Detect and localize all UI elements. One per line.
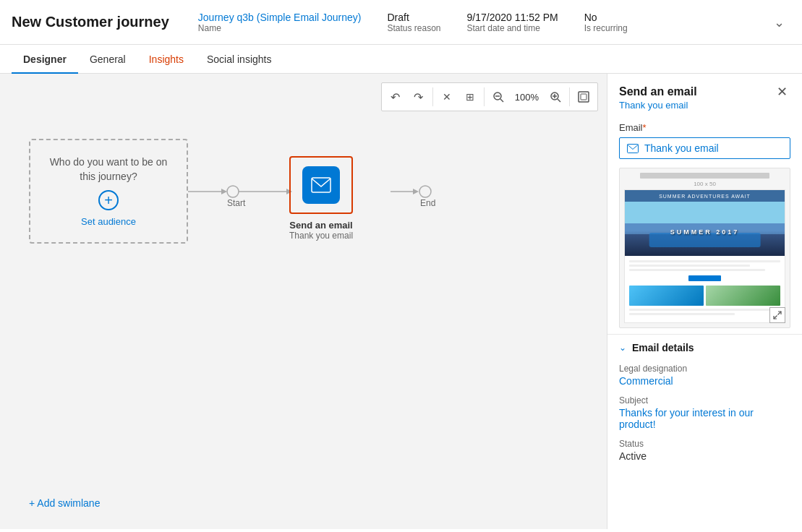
start-label: Start — [227, 198, 245, 208]
field-label-text: Email — [619, 122, 643, 133]
email-node-border — [289, 156, 353, 214]
redo-button[interactable]: ↷ — [408, 86, 430, 108]
end-label: End — [420, 198, 435, 208]
header-expand-button[interactable]: ⌄ — [768, 12, 790, 33]
email-node-icon — [302, 166, 340, 204]
recurring-meta: No Is recurring — [584, 12, 628, 33]
journey-name-value: Journey q3b (Simple Email Journey) — [198, 12, 362, 23]
svg-line-4 — [558, 99, 560, 102]
email-details-section: ⌄ Email details Legal designation Commer… — [607, 334, 802, 479]
main-content: ↶ ↷ ✕ ⊞ 100% Who do you want to be on th… — [0, 74, 802, 529]
email-node[interactable]: Send an email Thank you email — [289, 156, 353, 241]
legal-designation-label: Legal designation — [619, 364, 790, 374]
date-value: 9/17/2020 11:52 PM — [467, 12, 558, 23]
status-item: Status Active — [619, 439, 790, 462]
zoom-in-button[interactable] — [545, 86, 566, 108]
subject-item: Subject Thanks for your interest in our … — [619, 395, 790, 430]
tab-social-insights[interactable]: Social insights — [195, 45, 283, 74]
status-label: Status reason — [387, 23, 440, 33]
tab-general[interactable]: General — [78, 45, 137, 74]
preview-expand-button[interactable] — [769, 307, 785, 323]
date-label: Start date and time — [467, 23, 558, 33]
fit-button[interactable]: ✕ — [436, 86, 458, 108]
audience-box[interactable]: Who do you want to be on this journey? +… — [29, 139, 188, 244]
svg-point-16 — [419, 186, 431, 197]
canvas-toolbar: ↶ ↷ ✕ ⊞ 100% — [381, 82, 598, 111]
email-details-title: Email details — [632, 342, 694, 353]
svg-rect-17 — [312, 178, 330, 192]
tabs-bar: Designer General Insights Social insight… — [0, 45, 802, 74]
header: New Customer journey Journey q3b (Simple… — [0, 0, 802, 45]
add-swimlane-button[interactable]: + Add swimlane — [29, 497, 100, 509]
zoom-level: 100% — [511, 86, 543, 108]
set-audience-link[interactable]: Set audience — [81, 216, 136, 227]
recurring-value: No — [584, 12, 628, 23]
panel-subtitle: Thank you email — [619, 100, 697, 111]
legal-designation-value: Commercial — [619, 375, 790, 387]
add-audience-button[interactable]: + — [98, 190, 119, 210]
email-field-value: Thank you email — [644, 142, 719, 154]
status-value: Draft — [387, 12, 440, 23]
tab-insights[interactable]: Insights — [137, 45, 195, 74]
fullscreen-button[interactable] — [573, 86, 594, 108]
status-meta: Draft Status reason — [387, 12, 440, 33]
email-node-subtitle: Thank you email — [289, 231, 353, 241]
email-field-container: Email* Thank you email — [607, 113, 802, 165]
journey-name-label: Name — [198, 23, 362, 33]
status-detail-label: Status — [619, 439, 790, 449]
audience-box-text: Who do you want to be on this journey? — [30, 155, 187, 184]
email-details-body: Legal designation Commercial Subject Tha… — [607, 361, 802, 479]
email-preview: 100 x 50 SUMMER ADVENTURES AWAIT SUMMER … — [619, 168, 790, 328]
email-node-title: Send an email — [289, 220, 352, 231]
svg-marker-10 — [221, 189, 227, 194]
svg-marker-15 — [413, 189, 419, 194]
subject-label: Subject — [619, 395, 790, 406]
grid-button[interactable]: ⊞ — [459, 86, 481, 108]
status-detail-value: Active — [619, 450, 790, 462]
email-field-icon — [627, 144, 639, 153]
page-title: New Customer journey — [12, 14, 169, 30]
canvas-area[interactable]: ↶ ↷ ✕ ⊞ 100% Who do you want to be on th… — [0, 74, 607, 529]
zoom-out-button[interactable] — [487, 86, 509, 108]
undo-button[interactable]: ↶ — [385, 86, 406, 108]
email-details-header[interactable]: ⌄ Email details — [607, 334, 802, 361]
legal-designation-item: Legal designation Commercial — [619, 364, 790, 387]
recurring-label: Is recurring — [584, 23, 628, 33]
svg-rect-7 — [579, 92, 589, 102]
subject-value: Thanks for your interest in our product! — [619, 407, 790, 430]
panel-header: Send an email Thank you email ✕ — [607, 74, 802, 113]
email-input-field[interactable]: Thank you email — [619, 137, 790, 159]
right-panel: Send an email Thank you email ✕ Email* T… — [607, 74, 802, 529]
journey-name-meta: Journey q3b (Simple Email Journey) Name — [198, 12, 362, 33]
details-chevron-icon: ⌄ — [619, 343, 626, 353]
svg-line-1 — [500, 99, 503, 102]
tab-designer[interactable]: Designer — [12, 45, 78, 74]
panel-title: Send an email — [619, 85, 697, 98]
add-swimlane-label: + Add swimlane — [29, 497, 100, 509]
svg-line-20 — [774, 316, 777, 319]
panel-close-button[interactable]: ✕ — [774, 85, 790, 98]
header-meta: Journey q3b (Simple Email Journey) Name … — [198, 12, 768, 33]
email-field-label: Email* — [619, 122, 790, 133]
date-meta: 9/17/2020 11:52 PM Start date and time — [467, 12, 558, 33]
svg-point-11 — [227, 186, 239, 197]
svg-rect-8 — [581, 94, 586, 100]
svg-line-19 — [778, 312, 782, 315]
